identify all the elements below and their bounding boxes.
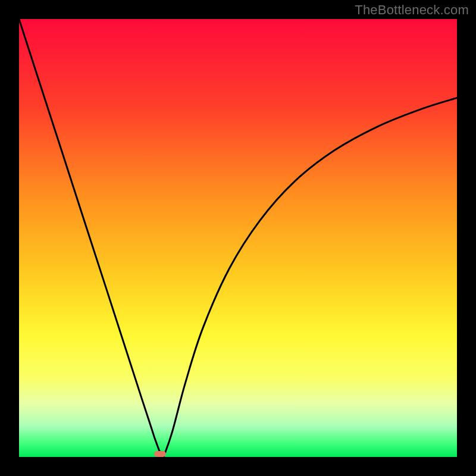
- curve-layer: [19, 19, 457, 457]
- plot-area: [19, 19, 457, 457]
- watermark-text: TheBottleneck.com: [355, 2, 469, 18]
- chart-frame: TheBottleneck.com: [0, 0, 476, 476]
- curve-right-leg: [164, 98, 457, 457]
- watermark-label: TheBottleneck.com: [355, 2, 469, 17]
- optimal-marker: [154, 451, 167, 457]
- curve-left-leg: [19, 19, 164, 457]
